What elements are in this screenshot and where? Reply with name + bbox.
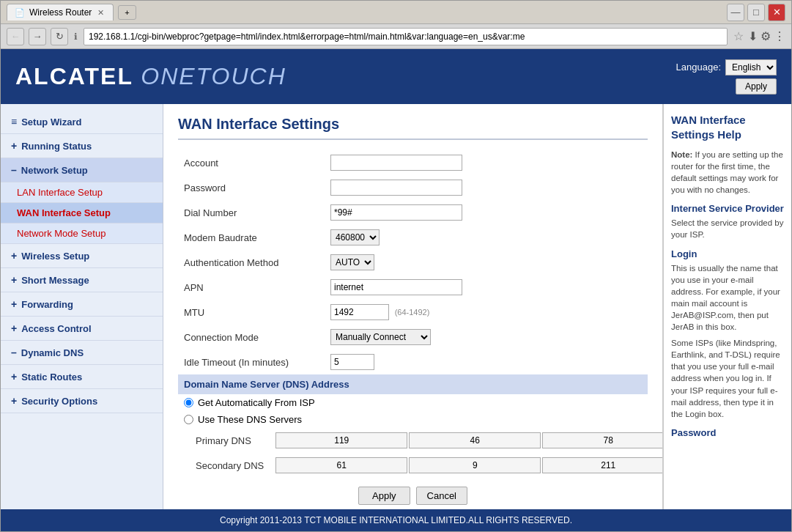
cancel-button[interactable]: Cancel [416,487,467,505]
secondary-dns-row: Secondary DNS [178,453,663,478]
sidebar-item-wan-interface[interactable]: WAN Interface Setup [1,203,163,223]
main-area: ≡ Setup Wizard + Running Status – Networ… [1,104,791,509]
dns-table: Primary DNS [178,428,663,478]
new-tab-button[interactable]: + [118,5,136,20]
primary-dns-row: Primary DNS [178,428,663,453]
sidebar-sub-network: LAN Interface Setup WAN Interface Setup … [1,182,163,244]
help-password-title: Password [671,427,784,438]
mtu-label: MTU [178,300,325,325]
auth-method-select[interactable]: AUTO PAP CHAP [330,254,374,270]
menu-icon[interactable]: ⋮ [774,29,785,43]
idle-timeout-row: Idle Timeout (In minutes) [178,350,648,374]
secondary-dns-3[interactable] [542,457,663,473]
forwarding-icon: + [11,298,17,310]
dial-number-input[interactable] [330,204,462,221]
sidebar: ≡ Setup Wizard + Running Status – Networ… [1,104,163,509]
sidebar-label-setup-wizard: Setup Wizard [21,117,81,128]
apply-button[interactable]: Apply [358,487,410,505]
modem-baudrate-select[interactable]: 460800 230400 115200 57600 [330,229,380,245]
sidebar-item-forwarding[interactable]: + Forwarding [1,292,163,317]
secondary-dns-2[interactable] [409,457,541,473]
main-content: WAN Interface Settings Account Password [163,104,663,509]
modem-baudrate-row: Modem Baudrate 460800 230400 115200 5760… [178,225,648,250]
apn-row: APN [178,275,648,300]
primary-dns-3[interactable] [542,432,663,448]
address-bar[interactable] [84,28,728,45]
download-icon[interactable]: ⬇ [748,29,758,43]
sidebar-label-access-control: Access Control [21,323,91,334]
maximize-button[interactable]: □ [747,4,765,21]
dial-number-label: Dial Number [178,200,325,225]
primary-dns-label: Primary DNS [178,428,270,453]
secondary-dns-1[interactable] [275,457,407,473]
forward-button[interactable]: → [29,28,46,45]
page-title: WAN Interface Settings [178,116,648,140]
footer-text: Copyright 2011-2013 TCT MOBILE INTERNATI… [220,515,572,525]
dns-manual-radio[interactable] [184,415,193,424]
sidebar-item-network-mode[interactable]: Network Mode Setup [1,223,163,244]
sidebar-label-short-message: Short Message [21,275,89,286]
password-label: Password [178,175,325,200]
sidebar-item-short-message[interactable]: + Short Message [1,268,163,292]
tab-icon: 📄 [15,8,25,18]
close-button[interactable]: ✕ [768,4,785,21]
help-panel: WAN Interface Settings Help Note: If you… [663,104,791,509]
help-note: Note: If you are setting up the router f… [671,149,784,196]
short-message-icon: + [11,274,17,286]
language-select[interactable]: English [725,59,777,75]
help-isp-title: Internet Service Provider [671,203,784,214]
logo-alcatel: ALCATEL [15,63,133,89]
modem-baudrate-label: Modem Baudrate [178,225,325,250]
sidebar-item-network-setup[interactable]: – Network Setup [1,158,163,182]
sidebar-label-network-setup: Network Setup [21,165,88,176]
connection-mode-select[interactable]: Manually Connect Always on Connect on De… [330,329,431,345]
sidebar-item-dynamic-dns[interactable]: – Dynamic DNS [1,341,163,365]
sidebar-item-setup-wizard[interactable]: ≡ Setup Wizard [1,110,163,134]
header-apply-button[interactable]: Apply [736,78,777,95]
form-actions: Apply Cancel [178,478,648,509]
sidebar-item-lan-interface[interactable]: LAN Interface Setup [1,182,163,203]
idle-timeout-input[interactable] [330,354,374,370]
bookmark-icon[interactable]: ☆ [733,29,744,43]
running-status-icon: + [11,140,17,152]
static-routes-icon: + [11,371,17,383]
sidebar-item-wireless-setup[interactable]: + Wireless Setup [1,244,163,268]
sidebar-label-running-status: Running Status [21,141,92,152]
sidebar-item-static-routes[interactable]: + Static Routes [1,365,163,389]
help-login-title: Login [671,248,784,259]
mtu-row: MTU (64-1492) [178,300,648,325]
dns-manual-label: Use These DNS Servers [198,414,302,425]
security-icon: ℹ [74,32,78,42]
password-input[interactable] [330,180,462,196]
account-input[interactable] [330,155,462,171]
language-label: Language: [676,62,721,73]
mtu-input[interactable] [330,304,389,320]
connection-mode-label: Connection Mode [178,325,325,350]
browser-controls: ← → ↻ ℹ ☆ ⬇ ⚙ ⋮ [1,24,791,49]
help-title: WAN Interface Settings Help [671,113,784,141]
help-login-text: This is usually the name that you use in… [671,262,784,333]
sidebar-item-security-options[interactable]: + Security Options [1,389,163,413]
secondary-dns-group [275,457,663,473]
primary-dns-1[interactable] [275,432,407,448]
tab-close-button[interactable]: ✕ [96,8,106,18]
apn-input[interactable] [330,279,462,295]
sidebar-item-running-status[interactable]: + Running Status [1,134,163,158]
refresh-button[interactable]: ↻ [51,28,68,45]
dns-auto-radio[interactable] [184,398,193,407]
idle-timeout-label: Idle Timeout (In minutes) [178,350,325,374]
auth-method-row: Authentication Method AUTO PAP CHAP [178,250,648,275]
extensions-icon[interactable]: ⚙ [760,29,771,43]
sidebar-item-access-control[interactable]: + Access Control [1,317,163,341]
dns-auto-label: Get Automatically From ISP [198,397,315,408]
minimize-button[interactable]: — [727,4,744,21]
mtu-hint: (64-1492) [395,308,430,317]
account-row: Account [178,150,648,175]
wireless-setup-icon: + [11,250,17,262]
primary-dns-2[interactable] [409,432,541,448]
site-header: ALCATEL onetouch Language: English Apply [1,49,791,104]
back-button[interactable]: ← [7,28,24,45]
connection-mode-row: Connection Mode Manually Connect Always … [178,325,648,350]
browser-tab[interactable]: 📄 Wireless Router ✕ [7,4,114,21]
logo: ALCATEL onetouch [15,63,286,90]
